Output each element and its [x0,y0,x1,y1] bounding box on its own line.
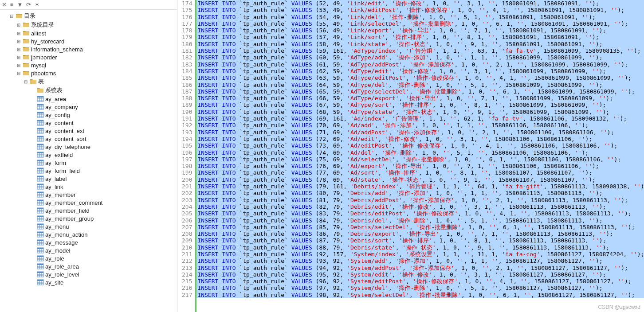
code-line[interactable]: INSERT INTO `tp_auth_rule` VALUES (97, 9… [196,285,644,291]
table-ay_member[interactable]: ay_member [0,191,177,199]
code-line[interactable]: INSERT INTO `tp_auth_rule` VALUES (98, 9… [196,292,644,298]
code-line[interactable]: INSERT INTO `tp_auth_rule` VALUES (65, 5… [196,88,644,95]
code-line[interactable]: INSERT INTO `tp_auth_rule` VALUES (92, 1… [196,251,644,257]
tree-label: ay_site [45,279,63,286]
code-line[interactable]: INSERT INTO `tp_auth_rule` VALUES (84, 7… [196,217,644,224]
code-line[interactable]: INSERT INTO `tp_auth_rule` VALUES (88, 7… [196,244,644,251]
code-line[interactable]: INSERT INTO `tp_auth_rule` VALUES (66, 5… [196,95,644,101]
code-line[interactable]: INSERT INTO `tp_auth_rule` VALUES (56, 4… [196,27,644,34]
code-line[interactable]: INSERT INTO `tp_auth_rule` VALUES (83, 7… [196,210,644,217]
table-ay_member_group[interactable]: ay_member_group [0,214,177,222]
tree-root[interactable]: ⊟目录 [0,12,177,20]
table-ay_menu_action[interactable]: ay_menu_action [0,230,177,238]
table-ay_form[interactable]: ay_form [0,159,177,167]
db-hy_storecard[interactable]: ⊞hy_storecard [0,37,177,45]
expand-toggle[interactable]: ⊞ [16,31,21,36]
db-information_schema[interactable]: ⊞information_schema [0,45,177,53]
code-line[interactable]: INSERT INTO `tp_auth_rule` VALUES (87, 7… [196,237,644,244]
code-line[interactable]: INSERT INTO `tp_auth_rule` VALUES (73, 6… [196,142,644,149]
code-line[interactable]: INSERT INTO `tp_auth_rule` VALUES (53, 4… [196,7,644,13]
tree-label: ay_label [45,176,67,182]
table-ay_content[interactable]: ay_content [0,119,177,127]
code-line[interactable]: INSERT INTO `tp_auth_rule` VALUES (80, 7… [196,190,644,196]
code-line[interactable]: INSERT INTO `tp_auth_rule` VALUES (59, 1… [196,47,644,54]
funnel-icon[interactable]: ▼ [17,1,23,8]
db-系统目录[interactable]: ⊞系统目录 [0,20,177,29]
sys-tables-node[interactable]: 系统表 [0,86,177,95]
code-line[interactable]: INSERT INTO `tp_auth_rule` VALUES (55, 4… [196,20,644,27]
db-alitest[interactable]: ⊞alitest [0,29,177,37]
code-line[interactable]: INSERT INTO `tp_auth_rule` VALUES (62, 5… [196,68,644,74]
sort-icon[interactable]: ≡ [10,1,14,8]
expand-toggle[interactable]: ⊞ [16,23,21,27]
code-line[interactable]: INSERT INTO `tp_auth_rule` VALUES (52, 4… [196,0,644,7]
code-line[interactable]: INSERT INTO `tp_auth_rule` VALUES (76, 6… [196,163,644,169]
code-line[interactable]: INSERT INTO `tp_auth_rule` VALUES (67, 5… [196,101,644,108]
table-ay_role_level[interactable]: ay_role_level [0,270,177,278]
expand-toggle[interactable]: ⊟ [16,71,21,76]
code-line[interactable]: INSERT INTO `tp_auth_rule` VALUES (68, 5… [196,109,644,115]
expand-toggle[interactable]: ⊟ [9,14,14,19]
expand-toggle[interactable]: ⊞ [16,63,21,68]
code-line[interactable]: INSERT INTO `tp_auth_rule` VALUES (86, 7… [196,230,644,237]
code-line[interactable]: INSERT INTO `tp_auth_rule` VALUES (54, 4… [196,14,644,20]
table-icon [37,231,44,238]
code-line[interactable]: INSERT INTO `tp_auth_rule` VALUES (78, 6… [196,176,644,183]
code-line[interactable]: INSERT INTO `tp_auth_rule` VALUES (77, 6… [196,169,644,176]
expand-toggle[interactable]: ⊞ [16,39,21,44]
table-ay_area[interactable]: ay_area [0,95,177,103]
code-line[interactable]: INSERT INTO `tp_auth_rule` VALUES (79, 1… [196,183,644,190]
table-ay_label[interactable]: ay_label [0,175,177,183]
code-line[interactable]: INSERT INTO `tp_auth_rule` VALUES (71, 6… [196,129,644,136]
table-ay_member_field[interactable]: ay_member_field [0,207,177,214]
filter-icon[interactable]: ✕ [2,1,7,8]
db-navigator[interactable]: ✕ ≡ ▼ ⟳ ✶ ⊟目录⊞系统目录⊞alitest⊞hy_storecard⊞… [0,0,177,312]
table-ay_company[interactable]: ay_company [0,103,177,111]
svg-rect-19 [37,120,43,121]
sql-editor[interactable]: 1741751761771781791801811821831841851861… [177,0,644,312]
table-ay_role[interactable]: ay_role [0,254,177,262]
code-area[interactable]: INSERT INTO `tp_auth_rule` VALUES (52, 4… [196,0,644,312]
table-ay_link[interactable]: ay_link [0,183,177,191]
table-ay_content_sort[interactable]: ay_content_sort [0,135,177,143]
refresh-icon[interactable]: ⟳ [26,1,31,8]
table-ay_site[interactable]: ay_site [0,278,177,286]
table-ay_diy_telephone[interactable]: ay_diy_telephone [0,143,177,151]
db-jpmborder[interactable]: ⊞jpmborder [0,53,177,61]
code-line[interactable]: INSERT INTO `tp_auth_rule` VALUES (74, 6… [196,149,644,156]
code-line[interactable]: INSERT INTO `tp_auth_rule` VALUES (64, 5… [196,82,644,88]
table-ay_model[interactable]: ay_model [0,246,177,254]
table-ay_member_comment[interactable]: ay_member_comment [0,199,177,207]
table-ay_extfield[interactable]: ay_extfield [0,151,177,159]
expand-toggle[interactable]: ⊞ [16,47,21,52]
code-line[interactable]: INSERT INTO `tp_auth_rule` VALUES (69, 1… [196,115,644,122]
db-pbootcms[interactable]: ⊟pbootcms [0,69,177,77]
table-ay_content_ext[interactable]: ay_content_ext [0,127,177,135]
code-line[interactable]: INSERT INTO `tp_auth_rule` VALUES (82, 7… [196,203,644,210]
code-line[interactable]: INSERT INTO `tp_auth_rule` VALUES (72, 6… [196,136,644,142]
expand-toggle[interactable]: ⊟ [23,79,28,84]
code-line[interactable]: INSERT INTO `tp_auth_rule` VALUES (60, 5… [196,54,644,61]
code-line[interactable]: INSERT INTO `tp_auth_rule` VALUES (85, 7… [196,224,644,230]
table-ay_form_field[interactable]: ay_form_field [0,167,177,175]
db-mysql[interactable]: ⊞mysql [0,61,177,69]
code-line[interactable]: INSERT INTO `tp_auth_rule` VALUES (93, 9… [196,257,644,264]
tables-node[interactable]: ⊟表 [0,77,177,86]
svg-rect-7 [37,104,43,105]
expand-toggle[interactable]: ⊞ [16,55,21,60]
table-ay_message[interactable]: ay_message [0,238,177,246]
activity-icon[interactable]: ✶ [35,1,39,8]
code-line[interactable]: INSERT INTO `tp_auth_rule` VALUES (63, 5… [196,74,644,81]
code-line[interactable]: INSERT INTO `tp_auth_rule` VALUES (81, 7… [196,197,644,203]
table-ay_config[interactable]: ay_config [0,111,177,119]
code-line[interactable]: INSERT INTO `tp_auth_rule` VALUES (75, 6… [196,156,644,163]
code-line[interactable]: INSERT INTO `tp_auth_rule` VALUES (57, 4… [196,34,644,40]
code-line[interactable]: INSERT INTO `tp_auth_rule` VALUES (94, 9… [196,265,644,271]
code-line[interactable]: INSERT INTO `tp_auth_rule` VALUES (70, 6… [196,122,644,129]
table-ay_menu[interactable]: ay_menu [0,222,177,230]
code-line[interactable]: INSERT INTO `tp_auth_rule` VALUES (95, 9… [196,271,644,278]
table-ay_role_area[interactable]: ay_role_area [0,262,177,270]
code-line[interactable]: INSERT INTO `tp_auth_rule` VALUES (61, 5… [196,61,644,68]
code-line[interactable]: INSERT INTO `tp_auth_rule` VALUES (96, 9… [196,278,644,285]
code-line[interactable]: INSERT INTO `tp_auth_rule` VALUES (58, 4… [196,41,644,47]
